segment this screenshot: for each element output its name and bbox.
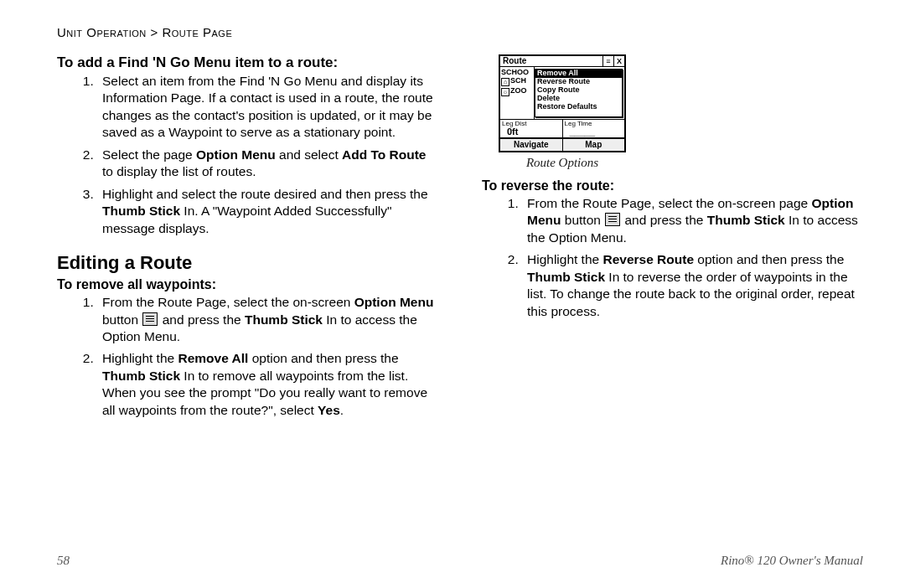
heading-reverse-route: To reverse the route: (482, 178, 863, 193)
device-frame: Route ≡ X SCHOO ⌂SCH ☼ZOO Remove All Rev… (499, 54, 626, 152)
add-steps-list: Select an item from the Find 'N Go Menu … (57, 73, 438, 237)
device-title: Route (500, 56, 603, 66)
heading-remove-all: To remove all waypoints: (57, 277, 438, 292)
stat-leg-dist: Leg Dist 0ft (500, 120, 563, 137)
list-item: Select the page Option Menu and select A… (97, 147, 438, 181)
list-item: ☼ZOO (501, 87, 533, 96)
list-item: Highlight the Remove All option and then… (97, 350, 438, 419)
device-option-menu: Remove All Reverse Route Copy Route Dele… (535, 69, 623, 117)
page-footer: 58 Rino® 120 Owner's Manual (57, 554, 863, 568)
remove-steps-list: From the Route Page, select the on-scree… (57, 294, 438, 419)
device-bottom-buttons: Navigate Map (500, 137, 624, 151)
menu-item-restore-defaults: Restore Defaults (535, 103, 622, 111)
breadcrumb-section: Unit Operation (57, 25, 147, 39)
list-item: Highlight the Reverse Route option and t… (522, 251, 863, 320)
menu-icon (605, 213, 620, 226)
list-item: From the Route Page, select the on-scree… (522, 195, 863, 246)
device-body: SCHOO ⌂SCH ☼ZOO Remove All Reverse Route… (500, 67, 624, 119)
list-item: SCHOO (501, 69, 533, 76)
navigate-button: Navigate (500, 139, 563, 151)
breadcrumb-page: Route Page (162, 25, 232, 39)
device-titlebar: Route ≡ X (500, 56, 624, 67)
device-stats: Leg Dist 0ft Leg Time _____ (500, 119, 624, 137)
list-item: Highlight and select the route desired a… (97, 186, 438, 237)
list-item: ⌂SCH (501, 77, 533, 86)
figure-caption: Route Options (499, 156, 626, 170)
page-number: 58 (57, 554, 70, 568)
reverse-steps-list: From the Route Page, select the on-scree… (482, 195, 863, 320)
list-item: From the Route Page, select the on-scree… (97, 294, 438, 345)
manual-page: Unit Operation > Route Page To add a Fin… (0, 0, 905, 588)
heading-editing-route: Editing a Route (57, 252, 438, 274)
device-route-list: SCHOO ⌂SCH ☼ZOO (500, 67, 535, 119)
left-column: To add a Find 'N Go Menu item to a route… (57, 54, 438, 426)
menu-icon (142, 312, 158, 326)
right-column: Route ≡ X SCHOO ⌂SCH ☼ZOO Remove All Rev… (482, 54, 863, 426)
breadcrumb: Unit Operation > Route Page (57, 25, 863, 39)
manual-title: Rino® 120 Owner's Manual (721, 554, 863, 568)
map-button: Map (563, 139, 625, 151)
menu-icon: ≡ (603, 56, 614, 66)
waypoint-icon: ☼ (501, 88, 509, 96)
content-columns: To add a Find 'N Go Menu item to a route… (57, 54, 863, 426)
waypoint-icon: ⌂ (501, 78, 509, 86)
close-icon: X (614, 56, 624, 66)
device-screenshot: Route ≡ X SCHOO ⌂SCH ☼ZOO Remove All Rev… (499, 54, 626, 170)
heading-add-find-n-go: To add a Find 'N Go Menu item to a route… (57, 54, 438, 71)
stat-leg-time: Leg Time _____ (563, 120, 625, 137)
list-item: Select an item from the Find 'N Go Menu … (97, 73, 438, 142)
